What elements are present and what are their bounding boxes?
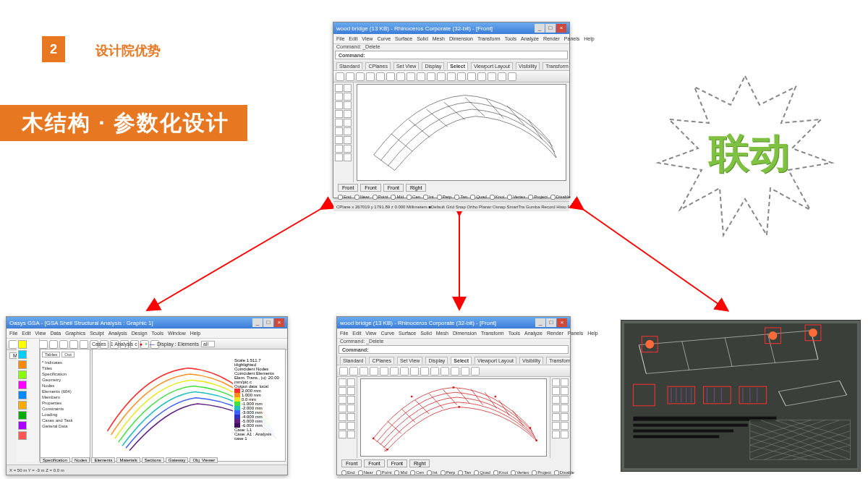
tool-icon[interactable] xyxy=(335,136,343,144)
tool-icon[interactable] xyxy=(18,360,27,369)
maximize-button[interactable]: □ xyxy=(546,318,556,327)
tool-icon[interactable] xyxy=(336,72,344,81)
menu-mesh[interactable]: Mesh xyxy=(436,331,448,336)
tool-icon[interactable] xyxy=(335,93,343,101)
menu-tools[interactable]: Tools xyxy=(152,331,163,336)
tool-icon[interactable] xyxy=(552,387,560,395)
tool-icon[interactable] xyxy=(339,378,346,386)
tool-icon[interactable] xyxy=(347,387,355,395)
osnap-cb[interactable] xyxy=(458,470,463,475)
tool-icon[interactable] xyxy=(461,367,469,376)
osnap-cb[interactable] xyxy=(376,470,381,475)
osnap-cb[interactable] xyxy=(441,470,446,475)
tab[interactable]: Display xyxy=(425,357,448,364)
case-toolbar[interactable]: Cases : 1 Analysis c●+—Display : Element… xyxy=(92,339,215,349)
btab[interactable]: Nodes xyxy=(72,457,90,463)
vtab[interactable]: Front xyxy=(383,184,404,192)
right-toolbox[interactable] xyxy=(550,377,570,458)
tool-icon[interactable] xyxy=(370,367,378,376)
tool-tab-strip[interactable]: StandardCPlanesSet ViewDisplaySelectView… xyxy=(337,355,570,365)
tool-icon[interactable] xyxy=(344,84,352,92)
tool-icon[interactable] xyxy=(335,84,343,92)
menu-surface[interactable]: Surface xyxy=(399,331,416,336)
vtab[interactable]: Right xyxy=(409,459,430,467)
minimize-button[interactable]: _ xyxy=(535,24,545,33)
tab[interactable]: Viewport Layout xyxy=(475,357,516,364)
tool-icon[interactable] xyxy=(18,381,27,389)
menu-edit[interactable]: Edit xyxy=(352,331,361,336)
tab[interactable]: Visibility xyxy=(519,357,543,364)
tool-icon[interactable] xyxy=(356,72,365,81)
menu-curve[interactable]: Curve xyxy=(377,36,391,41)
tool-icon[interactable] xyxy=(339,367,348,376)
tool-icon[interactable] xyxy=(344,101,352,109)
tool-icon[interactable] xyxy=(437,72,446,81)
tool-icon[interactable] xyxy=(380,367,388,376)
tool-icon[interactable] xyxy=(344,153,352,161)
tool-icon[interactable] xyxy=(447,72,456,81)
menu-solid[interactable]: Solid xyxy=(417,36,428,41)
menu-view[interactable]: View xyxy=(35,331,46,336)
osnap-disable[interactable] xyxy=(550,195,556,200)
tool-icon[interactable] xyxy=(49,340,58,349)
tool-icon[interactable] xyxy=(561,422,569,430)
tab-select[interactable]: Select xyxy=(447,62,468,69)
tab-visibility[interactable]: Visibility xyxy=(516,62,540,69)
tool-icon[interactable] xyxy=(18,391,27,399)
menu-view[interactable]: View xyxy=(365,331,376,336)
tree-item[interactable]: Elements (604) xyxy=(42,389,88,394)
tool-icon[interactable] xyxy=(417,72,425,81)
tree-item[interactable]: * Indicates xyxy=(42,360,88,365)
tree-item[interactable]: Titles xyxy=(42,365,88,371)
tab-setview[interactable]: Set View xyxy=(393,62,420,69)
osnap-cb[interactable] xyxy=(427,470,432,475)
window-titlebar[interactable]: wood bridge (13 KB) - Rhinoceros Corpora… xyxy=(333,22,569,34)
menu-bar[interactable]: FileEditViewDataGraphicsSculptAnalysisDe… xyxy=(7,328,287,339)
gsa-left-toolbox[interactable] xyxy=(17,339,40,462)
menu-transform[interactable]: Transform xyxy=(477,36,501,41)
tool-icon[interactable] xyxy=(335,127,343,135)
menu-bar[interactable]: FileEditViewCurveSurfaceSolidMeshDimensi… xyxy=(333,34,569,44)
tool-icon[interactable] xyxy=(457,72,466,81)
left-toolbox[interactable] xyxy=(333,82,354,182)
menu-data[interactable]: Data xyxy=(50,331,61,336)
tool-icon[interactable] xyxy=(18,401,27,410)
osnap-cb[interactable] xyxy=(394,470,399,475)
tool-icon[interactable] xyxy=(18,340,27,349)
vtab[interactable]: Right xyxy=(406,184,426,192)
osnap-knot[interactable] xyxy=(490,195,495,200)
tool-icon[interactable] xyxy=(390,367,399,376)
tree-item[interactable]: Specification xyxy=(42,371,88,377)
tool-icon[interactable] xyxy=(386,72,395,81)
tool-icon[interactable] xyxy=(441,367,449,376)
tool-icon[interactable] xyxy=(427,72,435,81)
menu-file[interactable]: File xyxy=(9,331,17,336)
tool-icon[interactable] xyxy=(339,396,346,404)
tool-icon[interactable] xyxy=(420,367,429,376)
osnap-cb[interactable] xyxy=(358,470,363,475)
osnap-project[interactable] xyxy=(528,195,533,200)
close-button[interactable]: × xyxy=(557,318,567,327)
osnap-cb[interactable] xyxy=(493,470,498,475)
maximize-button[interactable]: □ xyxy=(263,318,273,327)
window-titlebar[interactable]: Oasys GSA - [GSA Shell Structural Analys… xyxy=(7,317,287,328)
osnap-options[interactable]: EndNearPointMidCenIntPerpTanQuadKnotVert… xyxy=(335,192,568,201)
tab-display[interactable]: Display xyxy=(422,62,444,69)
tool-icon[interactable] xyxy=(561,378,569,386)
menu-render[interactable]: Render xyxy=(547,331,563,336)
left-toolbox[interactable] xyxy=(337,377,357,458)
tool-icon[interactable] xyxy=(344,145,352,153)
btab[interactable]: Elements xyxy=(91,457,115,463)
tool-icon[interactable] xyxy=(344,136,352,144)
tool-tab-strip[interactable]: StandardCPlanesSet ViewDisplaySelectView… xyxy=(333,61,569,71)
tool-icon[interactable] xyxy=(451,367,459,376)
vtab[interactable]: Front xyxy=(341,459,362,467)
vtab[interactable]: Front xyxy=(360,184,380,192)
menu-analyze[interactable]: Analyze xyxy=(524,331,542,336)
osnap-cb[interactable] xyxy=(554,470,559,475)
tool-icon[interactable] xyxy=(344,119,352,127)
vtab[interactable]: Front xyxy=(338,184,358,192)
tool-icon[interactable] xyxy=(561,404,569,412)
tool-icon[interactable] xyxy=(344,110,352,118)
btab[interactable]: Sections xyxy=(142,457,164,463)
